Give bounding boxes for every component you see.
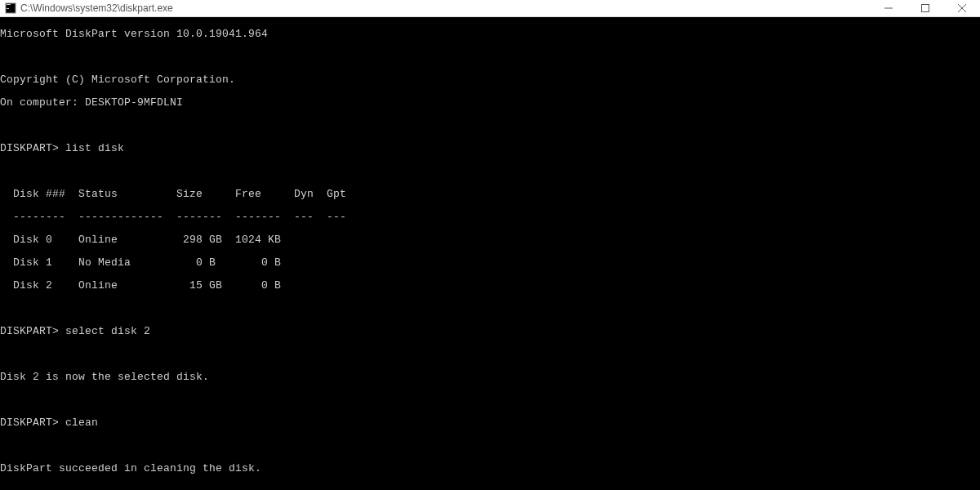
window-controls	[870, 0, 980, 16]
command: clean	[65, 416, 98, 429]
prompt-select-disk: DISKPART> select disk 2	[0, 326, 980, 337]
svg-rect-4	[921, 5, 929, 12]
terminal-output[interactable]: Microsoft DiskPart version 10.0.19041.96…	[0, 17, 980, 490]
computer-line: On computer: DESKTOP-9MFDLNI	[0, 97, 980, 109]
blank-line	[0, 51, 980, 63]
command: list disk	[65, 142, 124, 154]
response-clean: DiskPart succeeded in cleaning the disk.	[0, 463, 980, 474]
svg-rect-1	[7, 4, 11, 5]
minimize-button[interactable]	[870, 0, 906, 16]
close-button[interactable]	[943, 0, 980, 16]
prompt: DISKPART>	[0, 325, 59, 337]
prompt: DISKPART>	[0, 142, 59, 154]
prompt-clean: DISKPART> clean	[0, 417, 980, 429]
table-header: Disk ### Status Size Free Dyn Gpt	[0, 189, 980, 200]
maximize-button[interactable]	[906, 0, 943, 16]
blank-line	[0, 486, 980, 490]
command: select disk 2	[65, 325, 150, 337]
version-line: Microsoft DiskPart version 10.0.19041.96…	[0, 29, 980, 40]
table-row: Disk 0 Online 298 GB 1024 KB	[0, 234, 980, 246]
prompt-list-disk: DISKPART> list disk	[0, 143, 980, 154]
table-row: Disk 2 Online 15 GB 0 B	[0, 280, 980, 292]
prompt: DISKPART>	[0, 416, 59, 429]
blank-line	[0, 349, 980, 360]
blank-line	[0, 166, 980, 177]
table-row: Disk 1 No Media 0 B 0 B	[0, 257, 980, 269]
table-divider: -------- ------------- ------- ------- -…	[0, 212, 980, 223]
blank-line	[0, 303, 980, 314]
blank-line	[0, 440, 980, 452]
blank-line	[0, 120, 980, 131]
app-icon	[5, 2, 16, 14]
copyright-line: Copyright (C) Microsoft Corporation.	[0, 74, 980, 86]
response-disk-selected: Disk 2 is now the selected disk.	[0, 372, 980, 383]
window-title: C:\Windows\system32\diskpart.exe	[20, 2, 870, 14]
blank-line	[0, 394, 980, 406]
titlebar: C:\Windows\system32\diskpart.exe	[0, 0, 980, 17]
svg-rect-2	[7, 8, 9, 9]
